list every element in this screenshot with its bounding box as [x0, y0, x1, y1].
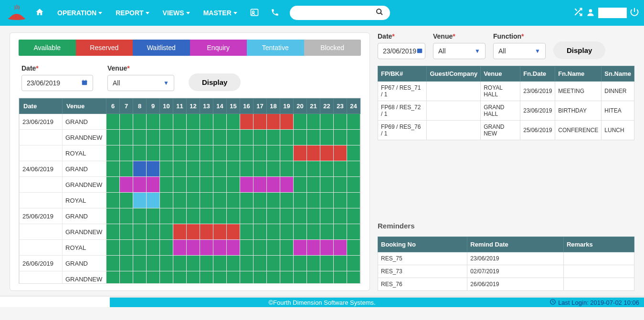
grid-slot[interactable] [294, 256, 307, 271]
grid-slot[interactable] [267, 193, 280, 208]
grid-slot[interactable] [253, 145, 267, 161]
grid-slot[interactable] [294, 240, 307, 256]
grid-slot[interactable] [106, 256, 120, 271]
grid-slot[interactable] [227, 193, 240, 208]
grid-slot[interactable] [294, 145, 307, 161]
grid-slot[interactable] [347, 177, 360, 193]
grid-slot[interactable] [280, 161, 294, 177]
grid-slot[interactable] [253, 271, 267, 284]
availability-grid-scroll[interactable]: DateVenue6789101112131415161718192021222… [19, 98, 360, 284]
grid-slot[interactable] [133, 208, 147, 224]
grid-slot[interactable] [187, 224, 200, 240]
grid-slot[interactable] [294, 114, 307, 130]
grid-slot[interactable] [307, 145, 320, 161]
grid-slot[interactable] [147, 208, 160, 224]
grid-slot[interactable] [320, 130, 334, 145]
grid-slot[interactable] [120, 240, 133, 256]
grid-slot[interactable] [213, 193, 227, 208]
grid-slot[interactable] [120, 193, 133, 208]
grid-slot[interactable] [280, 114, 294, 130]
grid-slot[interactable] [320, 271, 334, 284]
grid-slot[interactable] [227, 240, 240, 256]
grid-slot[interactable] [320, 208, 334, 224]
grid-slot[interactable] [240, 145, 253, 161]
grid-slot[interactable] [187, 161, 200, 177]
grid-slot[interactable] [307, 256, 320, 271]
grid-slot[interactable] [253, 224, 267, 240]
user-icon[interactable] [586, 8, 595, 19]
grid-slot[interactable] [267, 145, 280, 161]
grid-slot[interactable] [133, 193, 147, 208]
shuffle-icon[interactable] [573, 7, 583, 19]
r-display-button[interactable]: Display [553, 41, 605, 59]
grid-slot[interactable] [133, 114, 147, 130]
grid-slot[interactable] [320, 161, 334, 177]
grid-slot[interactable] [187, 193, 200, 208]
booking-row[interactable]: FP67 / RES_71 / 1ROYAL HALL23/06/2019MEE… [378, 82, 634, 101]
grid-slot[interactable] [334, 224, 347, 240]
grid-slot[interactable] [147, 161, 160, 177]
grid-slot[interactable] [133, 240, 147, 256]
grid-slot[interactable] [240, 240, 253, 256]
grid-slot[interactable] [280, 193, 294, 208]
grid-slot[interactable] [307, 161, 320, 177]
grid-slot[interactable] [106, 177, 120, 193]
grid-slot[interactable] [173, 114, 187, 130]
grid-slot[interactable] [147, 177, 160, 193]
grid-slot[interactable] [347, 161, 360, 177]
grid-slot[interactable] [307, 177, 320, 193]
grid-slot[interactable] [294, 208, 307, 224]
grid-slot[interactable] [160, 130, 173, 145]
grid-slot[interactable] [253, 114, 267, 130]
grid-slot[interactable] [227, 161, 240, 177]
grid-slot[interactable] [213, 161, 227, 177]
grid-slot[interactable] [187, 177, 200, 193]
grid-slot[interactable] [106, 130, 120, 145]
grid-slot[interactable] [240, 271, 253, 284]
grid-slot[interactable] [213, 224, 227, 240]
grid-slot[interactable] [200, 224, 213, 240]
grid-slot[interactable] [187, 130, 200, 145]
grid-slot[interactable] [294, 193, 307, 208]
grid-slot[interactable] [267, 177, 280, 193]
grid-slot[interactable] [173, 130, 187, 145]
grid-slot[interactable] [213, 208, 227, 224]
grid-slot[interactable] [240, 208, 253, 224]
grid-slot[interactable] [173, 161, 187, 177]
grid-slot[interactable] [347, 256, 360, 271]
grid-slot[interactable] [307, 240, 320, 256]
grid-slot[interactable] [227, 256, 240, 271]
grid-slot[interactable] [307, 130, 320, 145]
grid-slot[interactable] [187, 145, 200, 161]
grid-slot[interactable] [133, 130, 147, 145]
grid-slot[interactable] [334, 130, 347, 145]
grid-slot[interactable] [253, 240, 267, 256]
grid-slot[interactable] [120, 130, 133, 145]
grid-slot[interactable] [147, 130, 160, 145]
grid-slot[interactable] [200, 240, 213, 256]
grid-slot[interactable] [334, 256, 347, 271]
grid-slot[interactable] [240, 256, 253, 271]
grid-slot[interactable] [307, 208, 320, 224]
grid-slot[interactable] [160, 224, 173, 240]
r-date-input[interactable]: 23/06/2019 [378, 43, 425, 59]
booking-row[interactable]: FP69 / RES_76 / 1GRAND NEW25/06/2019CONF… [378, 121, 634, 140]
grid-slot[interactable] [280, 240, 294, 256]
home-icon[interactable] [29, 8, 51, 19]
grid-slot[interactable] [280, 208, 294, 224]
grid-slot[interactable] [307, 271, 320, 284]
grid-slot[interactable] [187, 208, 200, 224]
grid-slot[interactable] [106, 114, 120, 130]
grid-slot[interactable] [334, 193, 347, 208]
grid-slot[interactable] [334, 177, 347, 193]
grid-slot[interactable] [227, 208, 240, 224]
grid-slot[interactable] [200, 114, 213, 130]
phone-icon[interactable] [265, 8, 285, 18]
grid-slot[interactable] [187, 240, 200, 256]
grid-slot[interactable] [240, 114, 253, 130]
search-input[interactable] [290, 6, 390, 20]
grid-slot[interactable] [213, 177, 227, 193]
grid-slot[interactable] [240, 130, 253, 145]
nav-report[interactable]: REPORT [109, 9, 156, 17]
grid-slot[interactable] [334, 114, 347, 130]
